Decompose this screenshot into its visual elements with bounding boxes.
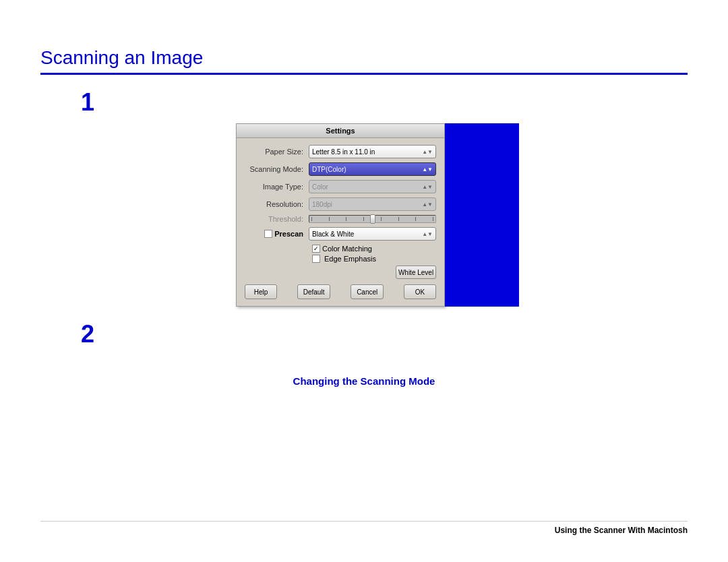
tick-5: [381, 217, 382, 221]
scanning-mode-value: DTP(Color): [312, 166, 346, 173]
prescan-value: Black & White: [312, 230, 354, 238]
default-button[interactable]: Default: [297, 284, 331, 299]
ok-button[interactable]: OK: [404, 284, 436, 299]
tick-4: [363, 217, 364, 221]
dialog-titlebar: Settings: [237, 124, 444, 138]
image-type-arrow: ▲▼: [422, 184, 433, 190]
scanning-mode-label: Scanning Mode:: [245, 165, 309, 173]
threshold-slider[interactable]: [309, 215, 436, 223]
color-matching-label: Color Matching: [322, 245, 372, 253]
prescan-label: Prescan: [274, 230, 303, 238]
prescan-right: Black & White ▲▼: [309, 227, 436, 241]
image-type-row: Image Type: Color ▲▼: [245, 180, 436, 193]
edge-emphasis-row: Edge Emphasis: [312, 255, 436, 263]
scanning-mode-row: Scanning Mode: DTP(Color) ▲▼: [245, 162, 436, 176]
white-level-row: White Level: [245, 266, 436, 279]
image-type-value: Color: [312, 183, 328, 191]
blue-accent-block: [445, 123, 519, 307]
color-matching-row: ✓ Color Matching: [312, 245, 436, 253]
step-2-number: 2: [81, 320, 688, 348]
cancel-button[interactable]: Cancel: [351, 284, 384, 299]
footer-divider: [40, 521, 688, 522]
prescan-row: Prescan Black & White ▲▼: [245, 227, 436, 241]
paper-size-value: Letter 8.5 in x 11.0 in: [312, 148, 375, 156]
threshold-row: Threshold:: [245, 215, 436, 223]
image-type-label: Image Type:: [245, 183, 309, 191]
tick-7: [415, 217, 416, 221]
resolution-row: Resolution: 180dpi ▲▼: [245, 197, 436, 211]
tick-3: [346, 217, 346, 221]
resolution-label: Resolution:: [245, 200, 309, 208]
paper-size-label: Paper Size:: [245, 148, 309, 156]
edge-emphasis-label: Edge Emphasis: [324, 255, 376, 263]
edge-emphasis-checkbox[interactable]: [312, 255, 320, 263]
screenshot-area: Settings Paper Size: Letter 8.5 in x 11.…: [67, 123, 688, 307]
tick-8: [433, 217, 433, 221]
scanning-mode-select[interactable]: DTP(Color) ▲▼: [309, 162, 436, 176]
white-level-button[interactable]: White Level: [396, 266, 436, 279]
tick-2: [329, 217, 330, 221]
resolution-arrow: ▲▼: [422, 201, 433, 208]
prescan-select[interactable]: Black & White ▲▼: [309, 227, 436, 241]
bottom-link: Changing the Scanning Mode: [40, 375, 688, 387]
scanning-mode-arrow: ▲▼: [422, 166, 433, 173]
paper-size-row: Paper Size: Letter 8.5 in x 11.0 in ▲▼: [245, 145, 436, 158]
step-1-number: 1: [81, 88, 688, 117]
paper-size-arrow: ▲▼: [422, 149, 433, 155]
footer-page-label: Using the Scanner With Macintosh: [555, 526, 688, 535]
tick-1: [311, 217, 312, 221]
image-type-select: Color ▲▼: [309, 180, 436, 193]
title-divider: [40, 73, 688, 75]
paper-size-select[interactable]: Letter 8.5 in x 11.0 in ▲▼: [309, 145, 436, 158]
settings-dialog: Settings Paper Size: Letter 8.5 in x 11.…: [236, 123, 445, 307]
tick-6: [398, 217, 399, 221]
dialog-buttons-row: Help Default Cancel OK: [245, 284, 436, 299]
slider-thumb[interactable]: [370, 214, 375, 224]
page-container: Scanning an Image 1 Settings Paper Size:…: [0, 0, 728, 562]
prescan-left: Prescan: [245, 230, 309, 238]
page-title: Scanning an Image: [40, 47, 688, 69]
threshold-label: Threshold:: [245, 215, 309, 223]
resolution-select: 180dpi ▲▼: [309, 197, 436, 211]
help-button[interactable]: Help: [245, 284, 277, 299]
color-matching-checkbox[interactable]: ✓: [312, 245, 320, 253]
prescan-arrow: ▲▼: [422, 231, 433, 237]
dialog-body: Paper Size: Letter 8.5 in x 11.0 in ▲▼ S…: [237, 138, 444, 306]
bottom-link-text[interactable]: Changing the Scanning Mode: [293, 375, 435, 387]
prescan-checkbox[interactable]: [264, 230, 272, 238]
resolution-value: 180dpi: [312, 201, 332, 208]
